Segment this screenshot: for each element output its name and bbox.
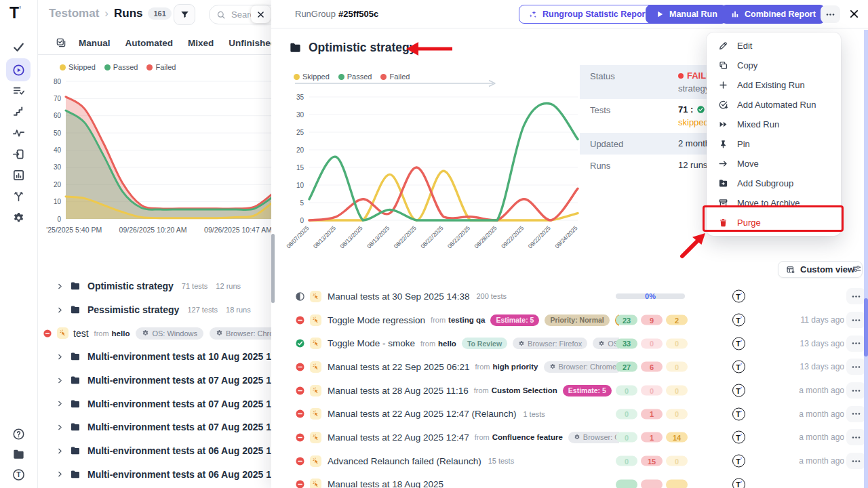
run-title[interactable]: Advanced Relaunch failed (Relaunch) [328, 456, 481, 466]
run-row[interactable]: Manual tests at 22 Aug 2025 12:47 fromCo… [271, 426, 868, 449]
modal-scrollbar-thumb[interactable] [271, 234, 275, 303]
right-scrollbar-track[interactable] [864, 30, 868, 488]
svg-text:5: 5 [300, 199, 304, 207]
sidebar-item-play-circle[interactable] [6, 58, 31, 81]
run-more-button[interactable] [846, 312, 866, 328]
rungroup-statistic-report-button[interactable]: Rungroup Statistic Report [519, 5, 658, 24]
pin-icon [718, 139, 728, 149]
passed-icon [696, 105, 705, 114]
svg-text:08/22/2025: 08/22/2025 [419, 224, 444, 249]
menu-item-add-existing-run[interactable]: Add Existing Run [707, 75, 841, 95]
chevron-right-icon[interactable] [56, 306, 64, 314]
menu-item-move[interactable]: Move [707, 154, 841, 174]
tab-mixed[interactable]: Mixed [188, 38, 214, 48]
failed-icon [295, 386, 305, 396]
menu-item-purge[interactable]: Purge [707, 213, 841, 232]
run-row[interactable]: Manual tests at 28 Aug 2025 11:16 fromCu… [271, 379, 868, 403]
menu-item-pin[interactable]: Pin [707, 134, 841, 154]
manual-run-type-icon [310, 408, 321, 420]
sidebar-item-logo-circle[interactable]: T [6, 464, 31, 485]
modal-close-icon[interactable] [848, 8, 860, 20]
sidebar-item-gear[interactable] [6, 207, 31, 228]
search-clear-button[interactable] [251, 5, 271, 23]
count-pill: 14 [666, 432, 688, 443]
breadcrumb-parent[interactable]: Testomat [49, 7, 99, 20]
select-all-icon[interactable] [56, 37, 66, 48]
run-title[interactable]: Manual tests at 22 Aug 2025 12:47 [328, 432, 469, 443]
tab-automated[interactable]: Automated [125, 38, 174, 48]
svg-text:08/22/2025: 08/22/2025 [393, 224, 418, 249]
runs-history-chart: 80706050403020100'25/2025 5:40 PM09/26/2… [41, 75, 275, 244]
run-counts: 000 [616, 386, 688, 396]
menu-item-edit[interactable]: Edit [707, 36, 841, 56]
run-counts: 010 [616, 409, 688, 419]
sidebar-item-pulse[interactable] [6, 123, 31, 143]
legend-skipped[interactable]: Skipped [60, 63, 96, 71]
sidebar-item-branch[interactable] [6, 186, 31, 206]
modal-more-button[interactable] [821, 5, 840, 23]
run-title[interactable]: Manual tests at 30 Sep 2025 14:38 [328, 291, 469, 302]
run-timestamp: 13 days ago [763, 339, 844, 348]
run-more-button[interactable] [846, 406, 866, 422]
ellipsis-icon [851, 432, 861, 443]
run-row[interactable]: Toggle Mode regression fromtesting qa Es… [271, 308, 868, 332]
run-more-button[interactable] [846, 382, 866, 399]
manual-run-button[interactable]: Manual Run [646, 5, 727, 24]
sidebar-item-report[interactable] [6, 165, 31, 185]
chevron-right-icon[interactable] [56, 400, 64, 407]
chevron-right-icon[interactable] [56, 377, 64, 384]
run-row[interactable]: Toggle Mode - smoke fromhello To ReviewB… [271, 331, 868, 355]
gear-icon [12, 211, 25, 224]
gear-icon [142, 329, 149, 337]
chevron-right-icon[interactable] [56, 353, 64, 361]
sidebar-item-steps[interactable] [6, 101, 31, 121]
testomat-avatar: T' [732, 314, 745, 327]
combined-report-button[interactable]: Combined Report [721, 5, 825, 24]
run-more-button[interactable] [846, 288, 866, 304]
sidebar-item-import[interactable] [6, 144, 31, 164]
view-settings-icon[interactable] [852, 264, 862, 274]
sidebar-item-list-check[interactable] [6, 80, 31, 100]
run-more-button[interactable] [846, 336, 866, 352]
run-more-button[interactable] [846, 429, 866, 445]
sidebar-item-folder[interactable] [6, 444, 31, 464]
menu-item-add-subgroup[interactable]: Add Subgroup [707, 174, 841, 193]
sidebar-item-check[interactable] [6, 37, 31, 57]
legend-passed[interactable]: Passed [104, 63, 138, 71]
sidebar-item-help[interactable] [6, 424, 31, 444]
run-more-button[interactable] [846, 359, 866, 375]
menu-item-copy[interactable]: Copy [707, 56, 841, 75]
count-pill: 0 [666, 386, 688, 396]
svg-text:15: 15 [296, 164, 304, 171]
tab-manual[interactable]: Manual [79, 38, 111, 48]
chevron-right-icon[interactable] [56, 283, 64, 290]
run-title[interactable]: Toggle Mode - smoke [328, 338, 415, 348]
menu-item-move-to-archive[interactable]: Move to Archive [707, 193, 841, 213]
svg-text:20: 20 [296, 146, 304, 154]
legend-failed[interactable]: Failed [146, 63, 176, 71]
chevron-right-icon[interactable] [56, 424, 64, 431]
right-scrollbar-thumb[interactable] [864, 298, 868, 357]
run-title[interactable]: Manual tests at 18 Aug 2025 [328, 479, 443, 488]
run-timestamp: a month ago [763, 409, 844, 419]
chevron-right-icon[interactable] [56, 470, 64, 478]
run-row[interactable]: Manual tests at 18 Aug 2025 T' [271, 473, 868, 488]
filter-button[interactable] [174, 4, 195, 25]
run-title[interactable]: Toggle Mode regression [328, 315, 425, 325]
run-row[interactable]: Advanced Relaunch failed (Relaunch) 15 t… [271, 449, 868, 473]
chevron-right-icon[interactable] [56, 447, 64, 455]
tab-unfinished[interactable]: Unfinished [229, 38, 276, 48]
legend-dot [60, 64, 66, 70]
menu-item-add-automated-run[interactable]: Add Automated Run [707, 95, 841, 115]
run-title[interactable]: Manual tests at 22 Aug 2025 12:47 (Relau… [328, 409, 516, 419]
testomat-logo-icon[interactable]: T' [9, 4, 21, 22]
run-title[interactable]: Manual tests at 22 Sep 2025 06:21 [328, 362, 469, 372]
run-more-button[interactable] [846, 453, 866, 469]
run-row[interactable]: Manual tests at 22 Sep 2025 06:21 fromhi… [271, 355, 868, 379]
run-title[interactable]: Manual tests at 28 Aug 2025 11:16 [328, 386, 469, 396]
menu-item-mixed-run[interactable]: Mixed Run [707, 115, 841, 134]
run-row[interactable]: Manual tests at 22 Aug 2025 12:47 (Relau… [271, 402, 868, 426]
run-row[interactable]: Manual tests at 30 Sep 2025 14:38 200 te… [271, 285, 868, 308]
custom-view-button[interactable]: Custom view [778, 261, 863, 278]
tree-group-name: Multi-environment tests at 07 Aug 2025 1… [87, 375, 290, 386]
